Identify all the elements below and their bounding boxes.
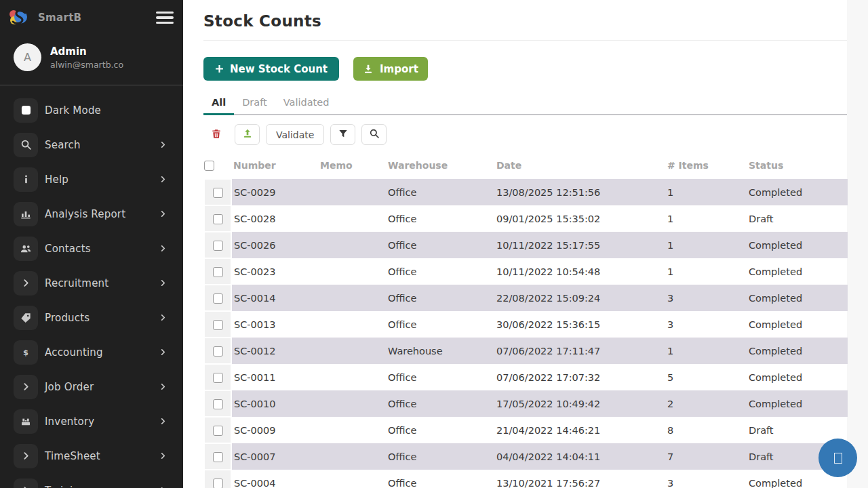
sidebar-item[interactable]: Dark Mode (0, 93, 183, 127)
table-row[interactable]: SC-0004 Office 13/10/2021 17:56:27 3 Com… (204, 470, 848, 488)
sidebar-item[interactable]: Products (0, 300, 183, 335)
sidebar-item-label: Products (45, 312, 90, 324)
table-row[interactable]: SC-0010 Office 17/05/2022 10:49:42 2 Com… (204, 390, 848, 417)
table-row[interactable]: SC-0013 Office 30/06/2022 15:36:15 3 Com… (204, 311, 848, 338)
sidebar-item[interactable]: Help (0, 162, 183, 197)
row-checkbox[interactable] (213, 267, 223, 277)
column-header[interactable]: # Items (665, 152, 747, 179)
import-button[interactable]: Import (353, 57, 428, 81)
tag-icon (14, 306, 38, 330)
avatar: A (14, 43, 41, 71)
table-row[interactable]: SC-0009 Office 21/04/2022 14:46:21 8 Dra… (204, 417, 848, 443)
cell-warehouse: Office (386, 205, 494, 232)
chevron-right-icon (14, 479, 38, 488)
table-row[interactable]: SC-0011 Office 07/06/2022 17:07:32 5 Com… (204, 364, 848, 390)
column-header[interactable]: Warehouse (386, 152, 494, 179)
table-row[interactable]: SC-0014 Office 22/08/2022 15:09:24 3 Com… (204, 285, 848, 311)
chevron-right-icon (159, 418, 167, 425)
download-icon (363, 64, 374, 75)
row-checkbox[interactable] (213, 452, 223, 462)
inventory-icon (14, 409, 38, 434)
table-row[interactable]: SC-0028 Office 09/01/2025 15:35:02 1 Dra… (204, 205, 848, 232)
upload-button[interactable] (235, 124, 260, 145)
trash-icon (211, 128, 222, 142)
table-header-row: Number Memo Warehouse Date # Items Statu… (204, 152, 848, 179)
sidebar-item[interactable]: TimeSheet (0, 439, 183, 473)
sidebar-item-label: Accounting (45, 346, 103, 359)
sidebar-item[interactable]: Job Order (0, 369, 183, 404)
placeholder-glyph-icon (834, 453, 842, 464)
cell-date: 10/11/2022 10:54:48 (494, 258, 665, 285)
cell-items: 1 (665, 205, 747, 232)
sidebar-item[interactable]: Inventory (0, 404, 183, 439)
cell-date: 21/04/2022 14:46:21 (494, 417, 665, 443)
filter-button[interactable] (330, 124, 355, 145)
cell-warehouse: Office (386, 417, 494, 443)
validate-button[interactable]: Validate (266, 124, 324, 145)
plus-icon (215, 64, 224, 73)
sidebar-item[interactable]: Contacts (0, 231, 183, 266)
sidebar-item[interactable]: Analysis Report (0, 197, 183, 231)
row-checkbox[interactable] (213, 399, 223, 409)
tab[interactable]: All (203, 92, 234, 115)
chevron-right-icon (14, 444, 38, 468)
cell-date: 07/06/2022 17:11:47 (494, 338, 665, 364)
table-row[interactable]: SC-0007 Office 04/04/2022 14:04:11 7 Dra… (204, 443, 848, 470)
sidebar-item[interactable]: Search (0, 127, 183, 162)
cell-number: SC-0014 (231, 285, 318, 311)
cell-memo (318, 443, 386, 470)
sidebar-item-label: TimeSheet (45, 450, 100, 462)
bar-chart-icon (14, 202, 38, 226)
cell-warehouse: Office (386, 179, 494, 205)
cell-items: 3 (665, 470, 747, 488)
cell-status: Draft (747, 205, 848, 232)
stock-counts-table: Number Memo Warehouse Date # Items Statu… (203, 152, 848, 488)
column-header[interactable]: Memo (318, 152, 386, 179)
brand-name: SmartB (38, 12, 81, 24)
column-header[interactable]: Date (494, 152, 665, 179)
row-checkbox[interactable] (213, 373, 223, 383)
search-icon (369, 128, 380, 141)
row-checkbox[interactable] (213, 426, 223, 436)
table-row[interactable]: SC-0026 Office 10/11/2022 15:17:55 1 Com… (204, 232, 848, 258)
search-button[interactable] (361, 124, 387, 145)
tab[interactable]: Validated (275, 92, 338, 115)
row-checkbox[interactable] (213, 320, 223, 330)
cell-memo (318, 285, 386, 311)
chevron-right-icon (159, 245, 167, 252)
chevron-right-icon (14, 375, 38, 399)
cell-memo (318, 311, 386, 338)
row-checkbox[interactable] (213, 241, 223, 251)
column-header[interactable]: Status (747, 152, 848, 179)
cell-warehouse: Office (386, 443, 494, 470)
cell-date: 07/06/2022 17:07:32 (494, 364, 665, 390)
chevron-right-icon (159, 348, 167, 356)
cell-status: Completed (747, 232, 848, 258)
user-block: A Admin alwin@smartb.co (0, 35, 183, 85)
row-checkbox[interactable] (213, 293, 223, 304)
row-checkbox[interactable] (213, 214, 223, 224)
sidebar-item-label: Recruitment (45, 277, 108, 289)
sidebar-item[interactable]: Training (0, 473, 183, 488)
table-row[interactable]: SC-0023 Office 10/11/2022 10:54:48 1 Com… (204, 258, 848, 285)
row-checkbox[interactable] (213, 346, 223, 357)
hamburger-menu-icon[interactable] (156, 7, 174, 28)
cell-items: 1 (665, 258, 747, 285)
cell-status: Completed (747, 258, 848, 285)
cell-warehouse: Office (386, 258, 494, 285)
sidebar-item-label: Job Order (45, 381, 94, 393)
sidebar-item[interactable]: Recruitment (0, 266, 183, 300)
cell-warehouse: Office (386, 364, 494, 390)
new-stock-count-button[interactable]: New Stock Count (203, 57, 339, 81)
column-header[interactable]: Number (231, 152, 318, 179)
table-row[interactable]: SC-0012 Warehouse 07/06/2022 17:11:47 1 … (204, 338, 848, 364)
select-all-checkbox[interactable] (204, 161, 214, 171)
cell-warehouse: Office (386, 390, 494, 417)
sidebar-item[interactable]: $ Accounting (0, 335, 183, 369)
delete-button[interactable] (203, 124, 229, 145)
floating-action-button[interactable] (818, 439, 857, 477)
table-row[interactable]: SC-0029 Office 13/08/2025 12:51:56 1 Com… (204, 179, 848, 205)
row-checkbox[interactable] (213, 479, 223, 488)
row-checkbox[interactable] (213, 188, 223, 198)
tab[interactable]: Draft (234, 92, 275, 115)
